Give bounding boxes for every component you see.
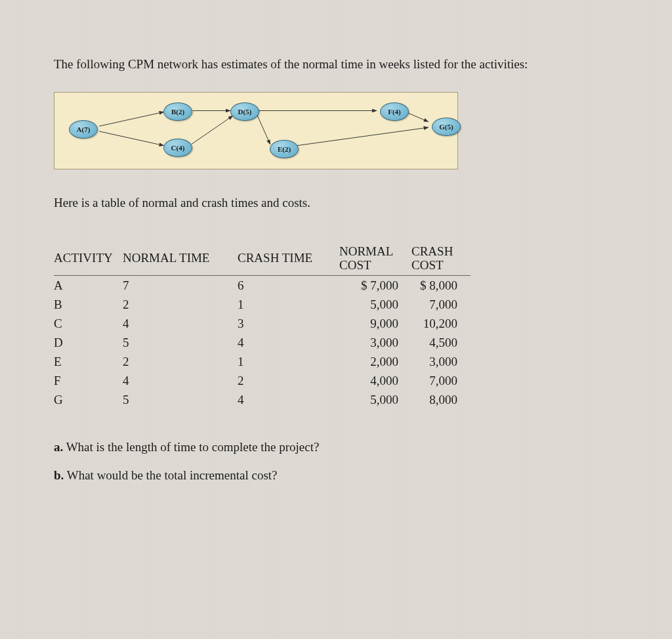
node-b: B(2) [163, 102, 192, 121]
question-b: b. What would be the total incremental c… [54, 466, 618, 485]
cell-normal-time: 4 [123, 314, 238, 333]
cell-crash-cost: 8,000 [411, 390, 471, 409]
table-row: E212,0003,000 [54, 352, 471, 371]
header-normal-cost: NORMAL COST [339, 242, 411, 276]
cell-crash-cost: $ 8,000 [411, 276, 471, 296]
table-row: F424,0007,000 [54, 371, 471, 390]
question-a-text: What is the length of time to complete t… [66, 440, 320, 454]
cell-normal-cost: 5,000 [339, 295, 411, 314]
svg-line-4 [192, 116, 233, 144]
cell-crash-time: 6 [238, 276, 339, 296]
cell-activity: C [54, 314, 123, 333]
node-g: G(5) [432, 118, 461, 136]
cell-crash-time: 4 [238, 390, 339, 409]
cell-normal-cost: 4,000 [339, 371, 411, 390]
cell-normal-cost: 5,000 [339, 390, 411, 409]
cell-normal-time: 4 [123, 371, 238, 390]
cell-activity: F [54, 371, 123, 390]
cell-activity: E [54, 352, 123, 371]
cell-crash-time: 1 [238, 295, 339, 314]
svg-line-8 [297, 127, 429, 146]
cell-activity: B [54, 295, 123, 314]
question-b-text: What would be the total incremental cost… [67, 468, 278, 482]
table-subtitle: Here is a table of normal and crash time… [54, 196, 618, 210]
table-row: A76$ 7,000$ 8,000 [54, 276, 471, 296]
cell-normal-time: 5 [123, 390, 238, 409]
node-f: F(4) [380, 102, 409, 121]
node-a: A(7) [69, 120, 98, 139]
svg-line-7 [406, 112, 428, 121]
cell-normal-time: 5 [123, 333, 238, 352]
table-row: C439,00010,200 [54, 314, 471, 333]
cpm-network-diagram: A(7) B(2) C(4) D(5) E(2) F(4) G(5) [54, 92, 458, 169]
cell-normal-time: 2 [123, 295, 238, 314]
cell-crash-cost: 10,200 [411, 314, 471, 333]
cell-normal-time: 7 [123, 276, 238, 296]
table-row: D543,0004,500 [54, 333, 471, 352]
intro-text: The following CPM network has estimates … [54, 56, 618, 74]
cell-normal-cost: 2,000 [339, 352, 411, 371]
cell-crash-cost: 7,000 [411, 295, 471, 314]
cell-normal-time: 2 [123, 352, 238, 371]
cell-crash-time: 4 [238, 333, 339, 352]
cell-activity: G [54, 390, 123, 409]
node-d: D(5) [230, 102, 259, 121]
cell-crash-cost: 3,000 [411, 352, 471, 371]
cost-table: ACTIVITY NORMAL TIME CRASH TIME NORMAL C… [54, 242, 471, 410]
header-crash-cost: CRASH COST [411, 242, 471, 276]
table-row: G545,0008,000 [54, 390, 471, 409]
svg-line-6 [257, 115, 270, 144]
header-activity: ACTIVITY [54, 242, 123, 276]
cell-crash-time: 1 [238, 352, 339, 371]
question-a-label: a. [54, 440, 63, 454]
cell-normal-cost: $ 7,000 [339, 276, 411, 296]
cell-activity: D [54, 333, 123, 352]
cell-activity: A [54, 276, 123, 296]
table-header-row: ACTIVITY NORMAL TIME CRASH TIME NORMAL C… [54, 242, 471, 276]
cell-crash-time: 2 [238, 371, 339, 390]
cell-crash-cost: 4,500 [411, 333, 471, 352]
node-c: C(4) [163, 139, 192, 157]
svg-line-1 [99, 112, 163, 126]
header-crash-time: CRASH TIME [238, 242, 339, 276]
node-e: E(2) [270, 140, 299, 158]
header-normal-time: NORMAL TIME [123, 242, 238, 276]
question-a: a. What is the length of time to complet… [54, 438, 618, 457]
question-b-label: b. [54, 468, 64, 482]
cell-crash-cost: 7,000 [411, 371, 471, 390]
cell-crash-time: 3 [238, 314, 339, 333]
cell-normal-cost: 9,000 [339, 314, 411, 333]
cell-normal-cost: 3,000 [339, 333, 411, 352]
questions-section: a. What is the length of time to complet… [54, 438, 618, 485]
table-row: B215,0007,000 [54, 295, 471, 314]
svg-line-2 [99, 131, 163, 146]
